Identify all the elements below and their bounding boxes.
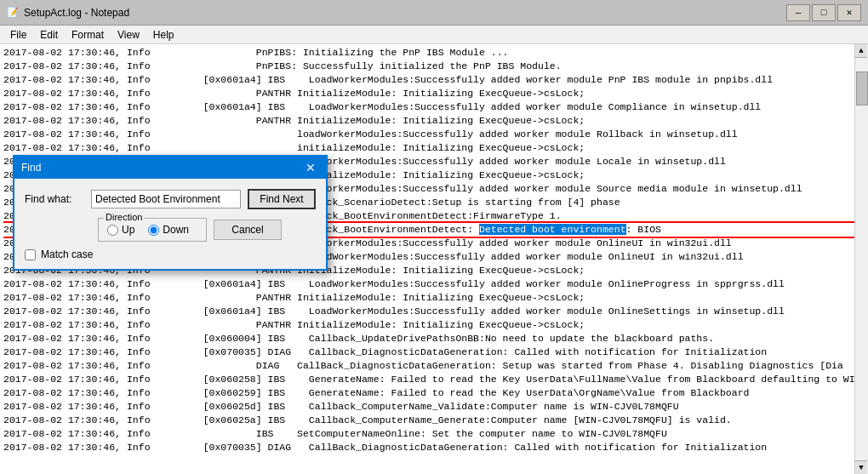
menu-view[interactable]: View <box>111 27 146 43</box>
log-line: 2017-08-02 17:30:46, Info [0x06025a] IBS… <box>3 414 865 427</box>
radio-down-input[interactable] <box>148 225 159 236</box>
scroll-up-button[interactable]: ▲ <box>855 44 867 58</box>
log-line: 2017-08-02 17:30:46, Info [0x060004] IBS… <box>3 332 865 346</box>
find-dialog-body: Find what: Find Next Direction Up Down <box>14 179 326 269</box>
log-line: 2017-08-02 17:30:46, Info [0x060259] IBS… <box>3 386 865 400</box>
find-what-input[interactable] <box>91 190 241 208</box>
match-case-checkbox[interactable] <box>25 249 36 260</box>
radio-up-label: Up <box>122 224 134 236</box>
log-line: 2017-08-02 17:30:46, Info loadWorkerModu… <box>3 128 865 141</box>
direction-legend: Direction <box>104 212 144 222</box>
log-line: 2017-08-02 17:30:46, Info [0x0601a4] IBS… <box>3 73 865 87</box>
log-line: 2017-08-02 17:30:46, Info [0x0601a4] IBS… <box>3 305 865 318</box>
log-line: 2017-08-02 17:30:46, Info initializeModu… <box>3 141 865 155</box>
log-line: 2017-08-02 17:30:46, Info [0x0601a4] IBS… <box>3 277 865 291</box>
scrollbar-thumb[interactable] <box>856 71 868 106</box>
radio-up[interactable]: Up <box>107 224 134 236</box>
find-dialog: Find ✕ Find what: Find Next Direction Up <box>13 155 328 271</box>
log-line: 2017-08-02 17:30:46, Info [0x0601a4] IBS… <box>3 100 865 114</box>
log-line: 2017-08-02 17:30:46, Info DIAG CallBack_… <box>3 359 865 373</box>
log-line: 2017-08-02 17:30:46, Info [0x070035] DIA… <box>3 346 865 359</box>
window-controls: — □ ✕ <box>786 4 861 21</box>
log-line: 2017-08-02 17:30:46, Info [0x06025d] IBS… <box>3 400 865 414</box>
match-case-label[interactable]: Match case <box>41 248 93 260</box>
scrollbar-vertical[interactable]: ▲ ▼ <box>854 44 868 474</box>
log-line: 2017-08-02 17:30:46, Info PANTHR Initial… <box>3 318 865 332</box>
close-button[interactable]: ✕ <box>837 4 861 21</box>
radio-down[interactable]: Down <box>148 224 189 236</box>
menu-bar: File Edit Format View Help <box>0 26 868 44</box>
match-case-row: Match case <box>25 248 316 260</box>
menu-format[interactable]: Format <box>65 27 111 43</box>
minimize-button[interactable]: — <box>786 4 810 21</box>
cancel-button[interactable]: Cancel <box>214 220 282 240</box>
title-bar: 📝 SetupAct.log - Notepad — □ ✕ <box>0 0 868 26</box>
radio-up-input[interactable] <box>107 225 118 236</box>
log-line: 2017-08-02 17:30:46, Info PANTHR Initial… <box>3 114 865 128</box>
find-what-label: Find what: <box>25 193 84 205</box>
menu-help[interactable]: Help <box>146 27 181 43</box>
log-line: 2017-08-02 17:30:46, Info [0x060258] IBS… <box>3 373 865 386</box>
find-next-button[interactable]: Find Next <box>248 189 316 209</box>
app-icon: 📝 <box>7 7 19 18</box>
menu-edit[interactable]: Edit <box>33 27 65 43</box>
log-line: 2017-08-02 17:30:46, Info PANTHR Initial… <box>3 87 865 100</box>
radio-down-label: Down <box>163 224 189 236</box>
log-line: 2017-08-02 17:30:46, Info PnPIBS: Succes… <box>3 60 865 73</box>
text-area[interactable]: 2017-08-02 17:30:46, Info PnPIBS: Initia… <box>0 44 868 474</box>
find-what-row: Find what: Find Next <box>25 189 316 209</box>
find-dialog-close-button[interactable]: ✕ <box>302 160 319 175</box>
maximize-button[interactable]: □ <box>812 4 836 21</box>
find-dialog-title: Find <box>21 162 41 174</box>
menu-file[interactable]: File <box>3 27 33 43</box>
scroll-down-button[interactable]: ▼ <box>855 460 867 474</box>
window-title: SetupAct.log - Notepad <box>24 7 129 19</box>
log-line-suffix: : BIOS <box>626 224 661 235</box>
find-dialog-titlebar: Find ✕ <box>14 157 326 179</box>
log-line: 2017-08-02 17:30:46, Info IBS SetCompute… <box>3 427 865 441</box>
log-line: 2017-08-02 17:30:46, Info PnPIBS: Initia… <box>3 46 865 60</box>
log-line: 2017-08-02 17:30:46, Info PANTHR Initial… <box>3 291 865 305</box>
highlighted-text: Detected boot environment <box>479 224 626 235</box>
log-line: 2017-08-02 17:30:46, Info [0x070035] DIA… <box>3 441 865 454</box>
